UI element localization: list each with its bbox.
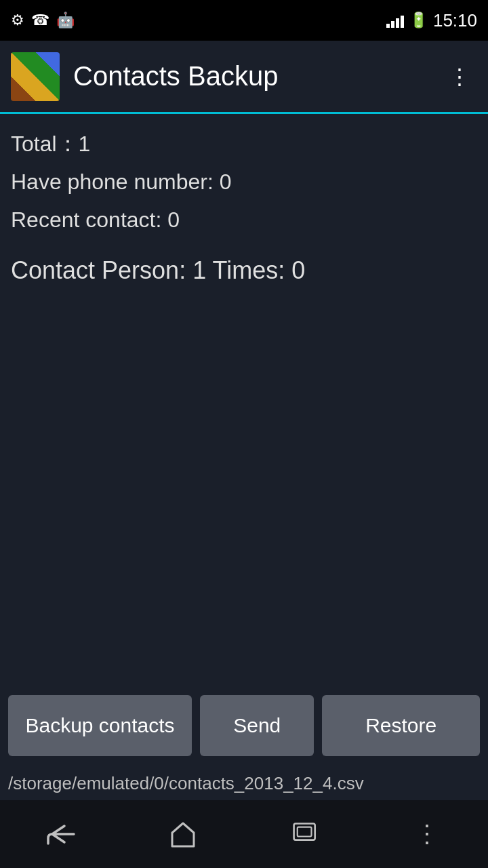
phone-number-count: Have phone number: 0: [11, 165, 477, 198]
status-icons-right: 🔋 15:10: [386, 10, 477, 31]
contact-person-info: Contact Person: 1 Times: 0: [11, 252, 477, 289]
phone-icon: ☎: [31, 12, 49, 29]
send-button[interactable]: Send: [200, 695, 314, 756]
signal-icon: [386, 13, 404, 28]
nav-menu-icon: ⋮: [415, 820, 439, 848]
restore-button[interactable]: Restore: [322, 695, 480, 756]
app-title: Contacts Backup: [73, 61, 443, 92]
svg-rect-1: [298, 827, 312, 837]
file-path-text: /storage/emulated/0/contacts_2013_12_4.c…: [8, 773, 364, 794]
back-icon: [44, 821, 78, 848]
recents-button[interactable]: [278, 807, 332, 861]
recents-icon: [290, 821, 320, 847]
overflow-menu-button[interactable]: ⋮: [443, 58, 477, 95]
nav-menu-button[interactable]: ⋮: [400, 807, 454, 861]
backup-contacts-button[interactable]: Backup contacts: [8, 695, 192, 756]
nav-bar: ⋮: [0, 800, 488, 868]
total-count: Total：1: [11, 127, 477, 160]
battery-icon: 🔋: [409, 12, 428, 29]
home-button[interactable]: [156, 807, 210, 861]
file-path-bar: /storage/emulated/0/contacts_2013_12_4.c…: [0, 766, 488, 800]
settings-icon: ⚙: [11, 12, 24, 29]
home-icon: [168, 819, 198, 849]
status-bar: ⚙ ☎ 🤖 🔋 15:10: [0, 0, 488, 41]
status-icons-left: ⚙ ☎ 🤖: [11, 12, 75, 29]
action-buttons: Backup contacts Send Restore: [0, 685, 488, 766]
app-icon: [11, 52, 60, 101]
main-content: Total：1 Have phone number: 0 Recent cont…: [0, 114, 488, 712]
back-button[interactable]: [34, 807, 88, 861]
time-display: 15:10: [433, 10, 477, 31]
recent-contact-count: Recent contact: 0: [11, 203, 477, 236]
app-bar: Contacts Backup ⋮: [0, 41, 488, 114]
android-icon: 🤖: [56, 12, 75, 29]
